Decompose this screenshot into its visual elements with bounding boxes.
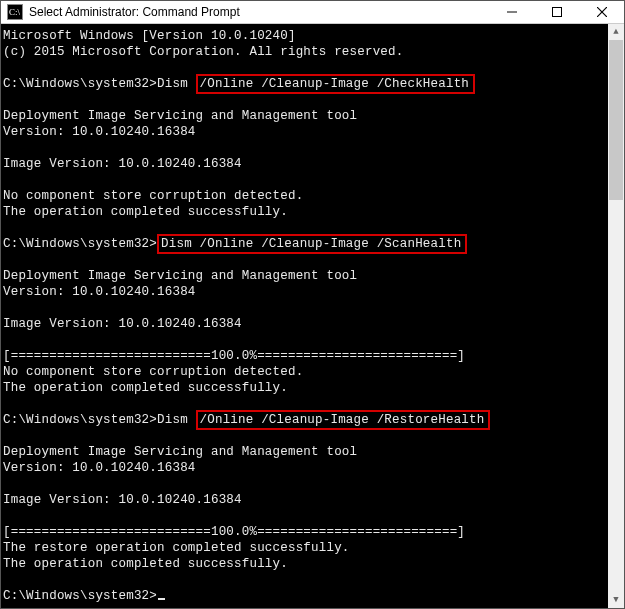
output-line: Deployment Image Servicing and Managemen… [3,268,606,284]
terminal-area: Microsoft Windows [Version 10.0.10240](c… [1,24,624,608]
window-controls [489,1,624,23]
prompt-line: C:\Windows\system32> [3,588,606,604]
close-button[interactable] [579,1,624,23]
cursor [158,598,165,600]
vertical-scrollbar[interactable]: ▲ ▼ [608,24,624,608]
terminal-output[interactable]: Microsoft Windows [Version 10.0.10240](c… [1,24,608,608]
scroll-up-button[interactable]: ▲ [608,24,624,40]
minimize-button[interactable] [489,1,534,23]
output-line: Deployment Image Servicing and Managemen… [3,108,606,124]
output-line: Version: 10.0.10240.16384 [3,460,606,476]
highlight-checkhealth: /Online /Cleanup-Image /CheckHealth [196,74,476,94]
prompt-text: C:\Windows\system32> [3,589,157,603]
output-line: Image Version: 10.0.10240.16384 [3,316,606,332]
output-line: Image Version: 10.0.10240.16384 [3,156,606,172]
output-line: [==========================100.0%=======… [3,524,606,540]
output-line: No component store corruption detected. [3,188,606,204]
maximize-button[interactable] [534,1,579,23]
prompt-line: C:\Windows\system32>Dism /Online /Cleanu… [3,236,606,252]
svg-text:C:\: C:\ [9,7,21,17]
output-line: Microsoft Windows [Version 10.0.10240] [3,28,606,44]
output-line: [==========================100.0%=======… [3,348,606,364]
output-line: The operation completed successfully. [3,204,606,220]
prompt-text: C:\Windows\system32>Dism [3,413,196,427]
highlight-restorehealth: /Online /Cleanup-Image /RestoreHealth [196,410,491,430]
output-line: No component store corruption detected. [3,364,606,380]
output-line: The operation completed successfully. [3,556,606,572]
output-line: The operation completed successfully. [3,380,606,396]
highlight-scanhealth: Dism /Online /Cleanup-Image /ScanHealth [157,234,467,254]
prompt-text: C:\Windows\system32>Dism [3,77,196,91]
titlebar[interactable]: C:\ Select Administrator: Command Prompt [1,1,624,24]
window-title: Select Administrator: Command Prompt [29,5,240,19]
svg-rect-4 [552,8,561,17]
output-line: Version: 10.0.10240.16384 [3,124,606,140]
output-line: Image Version: 10.0.10240.16384 [3,492,606,508]
scroll-thumb[interactable] [609,40,623,200]
output-line: The restore operation completed successf… [3,540,606,556]
output-line: Deployment Image Servicing and Managemen… [3,444,606,460]
prompt-text: C:\Windows\system32> [3,237,157,251]
prompt-line: C:\Windows\system32>Dism /Online /Cleanu… [3,412,606,428]
prompt-line: C:\Windows\system32>Dism /Online /Cleanu… [3,76,606,92]
command-prompt-window: C:\ Select Administrator: Command Prompt… [0,0,625,609]
scroll-down-button[interactable]: ▼ [608,592,624,608]
output-line: (c) 2015 Microsoft Corporation. All righ… [3,44,606,60]
output-line: Version: 10.0.10240.16384 [3,284,606,300]
cmd-icon: C:\ [7,4,23,20]
